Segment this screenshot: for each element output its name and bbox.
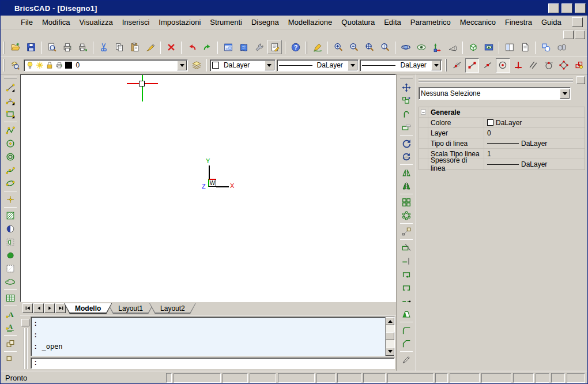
- status-cell[interactable]: [278, 373, 315, 383]
- tab-next-button[interactable]: [44, 303, 55, 313]
- snap-endpoint-button[interactable]: [465, 58, 480, 73]
- property-value[interactable]: DaLayer: [484, 119, 585, 127]
- menu-guida[interactable]: Guida: [537, 16, 566, 29]
- donut-button[interactable]: [3, 150, 17, 163]
- ucs-axes-button[interactable]: [429, 40, 444, 54]
- scrollbar-track[interactable]: [386, 325, 394, 348]
- look-button[interactable]: [414, 40, 428, 54]
- viewports-button[interactable]: [502, 40, 517, 54]
- close-polyline-button[interactable]: [399, 268, 413, 281]
- menu-quotatura[interactable]: Quotatura: [337, 16, 379, 29]
- trim-button[interactable]: [399, 241, 413, 254]
- scroll-up-button[interactable]: [386, 317, 394, 325]
- status-cell[interactable]: [166, 373, 172, 383]
- quick-select-icon[interactable]: [574, 88, 585, 99]
- scroll-down-button[interactable]: [386, 348, 394, 356]
- menu-inserisci[interactable]: Inserisci: [118, 16, 154, 29]
- fillet-button[interactable]: [399, 323, 413, 337]
- mdi-minimize-button[interactable]: [572, 17, 583, 27]
- zoom-previous-button[interactable]: f: [378, 40, 392, 54]
- command-input[interactable]: :: [31, 357, 395, 369]
- scrollbar-thumb[interactable]: [386, 332, 394, 340]
- print-button[interactable]: [60, 40, 74, 54]
- close-button[interactable]: [575, 3, 586, 13]
- minimize-button[interactable]: [548, 3, 559, 13]
- status-cell[interactable]: [567, 373, 585, 383]
- settings-button[interactable]: [267, 40, 282, 54]
- rectangle-button[interactable]: [3, 107, 17, 121]
- camera-button[interactable]: [445, 40, 459, 54]
- status-cell[interactable]: [551, 373, 565, 383]
- menu-modifica[interactable]: Modifica: [37, 16, 74, 29]
- status-cell[interactable]: [223, 373, 248, 383]
- menu-finestra[interactable]: Finestra: [500, 16, 537, 29]
- layer-explorer-button[interactable]: [8, 58, 22, 73]
- command-close-button[interactable]: [21, 319, 29, 326]
- status-cell[interactable]: [174, 373, 221, 383]
- command-grip-handle[interactable]: [24, 328, 28, 369]
- command-history[interactable]: ::: _open: [31, 317, 395, 356]
- snap-center-button[interactable]: [496, 58, 510, 73]
- draw-order-button[interactable]: [538, 40, 553, 54]
- save-button[interactable]: [24, 40, 38, 54]
- linetype-combobox[interactable]: DaLayer: [277, 59, 359, 71]
- insert-block-button[interactable]: [3, 337, 17, 350]
- color-combobox-dropdown-button[interactable]: [265, 61, 274, 70]
- mdi-restore-button[interactable]: [563, 31, 574, 39]
- tab-last-button[interactable]: [55, 303, 66, 313]
- text-button[interactable]: A: [3, 307, 17, 321]
- menu-disegna[interactable]: Disegna: [247, 16, 284, 29]
- mirror-3d-button[interactable]: [399, 179, 413, 193]
- property-value[interactable]: 1: [484, 150, 585, 158]
- break-button[interactable]: [399, 294, 413, 307]
- menu-parametrico[interactable]: Parametrico: [406, 16, 455, 29]
- layer-combobox[interactable]: 0: [24, 59, 189, 71]
- snap-quadrant-button[interactable]: [557, 58, 571, 73]
- status-cell[interactable]: [450, 373, 480, 383]
- lineweight-combobox-dropdown-button[interactable]: [431, 61, 441, 70]
- wipeout-button[interactable]: [3, 262, 17, 275]
- menu-visualizza[interactable]: Visualizza: [74, 16, 117, 29]
- property-value[interactable]: 0: [484, 129, 585, 137]
- status-cell[interactable]: [316, 373, 336, 383]
- zoom-out-button[interactable]: [346, 40, 361, 54]
- face-button[interactable]: [399, 307, 413, 321]
- toolbar-grip-handle[interactable]: [3, 59, 5, 71]
- zoom-in-button[interactable]: [331, 40, 345, 54]
- move-button[interactable]: [399, 81, 413, 94]
- solids-button[interactable]: [554, 40, 568, 54]
- snap-tangent-button[interactable]: [542, 58, 556, 73]
- mdi-close-button[interactable]: [575, 31, 585, 39]
- selection-dropdown-button[interactable]: [560, 89, 570, 99]
- layer-dropdown-button[interactable]: [177, 61, 187, 70]
- edit-length-button[interactable]: [399, 353, 413, 366]
- drawing-explorer-button[interactable]: [221, 40, 235, 54]
- redo-button[interactable]: [200, 40, 214, 54]
- menu-modellazione[interactable]: Modellazione: [284, 16, 337, 29]
- tab-prev-button[interactable]: [33, 303, 44, 313]
- scale-entity-button[interactable]: [399, 225, 413, 238]
- gradient-button[interactable]: [3, 222, 17, 235]
- tab-layout2[interactable]: Layout2: [149, 303, 196, 314]
- table-button[interactable]: [3, 291, 17, 304]
- snap-parallel-button[interactable]: [526, 58, 541, 73]
- customize-button[interactable]: [252, 40, 266, 54]
- array-polar-button[interactable]: [399, 209, 413, 222]
- snap-nearest-button[interactable]: [450, 58, 464, 73]
- property-value[interactable]: DaLayer: [484, 160, 585, 168]
- named-views-button[interactable]: [518, 40, 532, 54]
- snap-midpoint-button[interactable]: [480, 58, 495, 73]
- print-preview-button[interactable]: [44, 40, 59, 54]
- toolbar-grip-handle[interactable]: [400, 77, 413, 78]
- status-cell[interactable]: [513, 373, 534, 383]
- stretch-button[interactable]: [399, 121, 413, 134]
- attribute-button[interactable]: [3, 353, 17, 366]
- tab-first-button[interactable]: [22, 303, 33, 313]
- match-properties-button[interactable]: [143, 40, 157, 54]
- status-cell[interactable]: [363, 373, 386, 383]
- tab-layout1[interactable]: Layout1: [107, 303, 154, 314]
- array-button[interactable]: [399, 195, 413, 209]
- sheet-set-button[interactable]: [236, 40, 251, 54]
- open-polyline-button[interactable]: [399, 281, 413, 294]
- status-cell[interactable]: [387, 373, 434, 383]
